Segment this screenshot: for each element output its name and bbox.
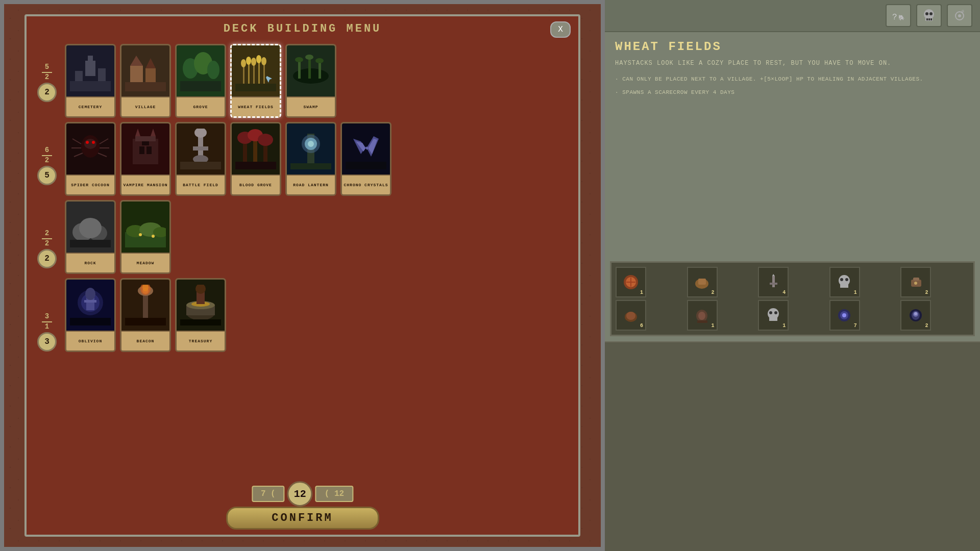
oblivion-art: [70, 285, 111, 325]
svg-rect-29: [235, 84, 276, 91]
sidebar-row-1: 5 2 2: [32, 44, 62, 123]
svg-point-75: [308, 141, 314, 147]
road-art: [290, 129, 331, 169]
settings-button[interactable]: #: [947, 4, 972, 27]
inv-icon-3: [836, 273, 853, 291]
card-image-treasury: [177, 280, 225, 331]
svg-point-138: [840, 278, 843, 281]
card-label-cemetery: CEMETERY: [66, 96, 114, 116]
svg-rect-21: [258, 62, 260, 84]
sidebar-top-1: 5: [45, 63, 49, 71]
card-label-wheat: WHEAT FIELDS: [232, 96, 280, 116]
svg-rect-80: [346, 162, 386, 169]
svg-rect-20: [253, 65, 255, 84]
inv-count-3: 1: [854, 290, 857, 295]
inv-item-1[interactable]: 2: [687, 267, 718, 297]
card-image-road: [287, 123, 335, 174]
card-chrono[interactable]: CHRONO CRYSTALS: [340, 122, 391, 196]
card-cemetery[interactable]: CEMETERY: [65, 44, 116, 118]
card-image-blood: [232, 123, 280, 174]
inv-item-2[interactable]: 4: [758, 267, 789, 297]
sidebar-row-4: 3 1 3: [32, 293, 62, 372]
card-road[interactable]: ROAD LANTERN: [285, 122, 336, 196]
inv-icon-0: [622, 273, 640, 291]
inv-item-9[interactable]: 2: [900, 300, 931, 331]
svg-point-24: [246, 57, 251, 65]
card-blood[interactable]: BLOOD GROVE: [230, 122, 281, 196]
card-label-oblivion: OBLIVION: [66, 331, 114, 350]
card-village[interactable]: VILLAGE: [120, 44, 171, 118]
card-wheat[interactable]: WHEAT FIELDS: [230, 44, 281, 118]
svg-rect-85: [70, 240, 111, 247]
svg-rect-133: [772, 276, 775, 287]
sidebar-bot-3: 2: [45, 240, 49, 247]
card-info-section: wheAT FIELDS HAYSTACKS LOOK LIKE A COZY …: [605, 32, 980, 256]
sidebar-badge-2: 5: [37, 166, 57, 185]
card-image-wheat: [232, 45, 280, 96]
svg-rect-62: [180, 162, 221, 169]
svg-point-144: [626, 312, 635, 320]
sidebar-frac-1: 5 2: [42, 63, 52, 81]
card-bullet-1: · CAN ONLY BE PLACED NEXT TO A VILLAGE. …: [615, 74, 970, 85]
svg-rect-106: [125, 318, 166, 325]
sidebar-frac-3: 2 2: [42, 230, 52, 247]
close-button[interactable]: X: [550, 21, 571, 38]
inv-count-6: 1: [712, 323, 715, 329]
inv-item-7[interactable]: 1: [758, 300, 789, 331]
svg-rect-54: [139, 146, 144, 154]
inv-item-4[interactable]: 2: [900, 267, 931, 297]
vampire-art: [125, 129, 166, 169]
card-label-beacon: BEACON: [121, 331, 169, 350]
card-swamp[interactable]: SWAMP: [285, 44, 336, 118]
card-meadow[interactable]: MEADOW: [120, 200, 171, 274]
left-sidebar: 5 2 2 6 2 5: [32, 41, 62, 372]
help-icon: ? 🐘: [891, 8, 906, 23]
inv-item-0[interactable]: 1: [616, 267, 646, 297]
sidebar-frac-2: 6 2: [42, 146, 52, 164]
confirm-button[interactable]: COnfIRM: [226, 507, 379, 530]
card-vampire[interactable]: VAMPIRE MANSION: [120, 122, 171, 196]
game-area: DECK BUILDING MENU X 5 2 2: [0, 0, 605, 551]
svg-point-91: [139, 233, 142, 236]
sidebar-row-2: 6 2 5: [32, 127, 62, 206]
card-treasury[interactable]: TREASURY: [175, 278, 226, 352]
svg-point-154: [842, 313, 846, 317]
svg-rect-60: [193, 146, 208, 151]
card-battle[interactable]: BATTLE FIELD: [175, 122, 226, 196]
village-art: [125, 51, 166, 91]
svg-rect-114: [180, 319, 221, 325]
svg-rect-55: [146, 146, 152, 154]
skull-button[interactable]: [916, 4, 942, 27]
svg-rect-135: [770, 283, 777, 285]
inv-item-6[interactable]: 1: [687, 300, 718, 331]
sidebar-top-4: 3: [45, 313, 49, 320]
svg-rect-7: [130, 66, 143, 84]
svg-rect-122: [928, 18, 930, 20]
svg-rect-5: [70, 81, 111, 91]
card-spider[interactable]: SPIDER COCOON: [65, 122, 116, 196]
inv-icon-4: [907, 273, 925, 291]
help-button[interactable]: ? 🐘: [886, 4, 911, 27]
inv-item-8[interactable]: 7: [829, 300, 860, 331]
card-oblivion[interactable]: OBLIVION: [65, 278, 116, 352]
svg-point-40: [84, 139, 96, 149]
rock-art: [70, 207, 111, 247]
main-container: DECK BUILDING MENU X 5 2 2: [0, 0, 980, 551]
svg-point-27: [261, 57, 266, 65]
top-icons-bar: ? 🐘 #: [605, 0, 980, 32]
sidebar-badge-1: 2: [37, 83, 57, 102]
svg-point-25: [251, 58, 256, 66]
cards-grid: CEMETERY: [62, 41, 573, 372]
svg-rect-123: [930, 18, 932, 20]
card-beacon[interactable]: BEACON: [120, 278, 171, 352]
card-rock[interactable]: ROCK: [65, 200, 116, 274]
cemetery-art: [70, 51, 111, 91]
sidebar-badge-3: 2: [37, 249, 57, 268]
svg-point-139: [845, 278, 848, 281]
inv-item-3[interactable]: 1: [829, 267, 860, 297]
inv-item-5[interactable]: 6: [616, 300, 646, 331]
svg-rect-51: [135, 136, 156, 141]
svg-point-48: [92, 141, 95, 144]
svg-point-15: [207, 61, 219, 79]
card-grove[interactable]: GROVE: [175, 44, 226, 118]
